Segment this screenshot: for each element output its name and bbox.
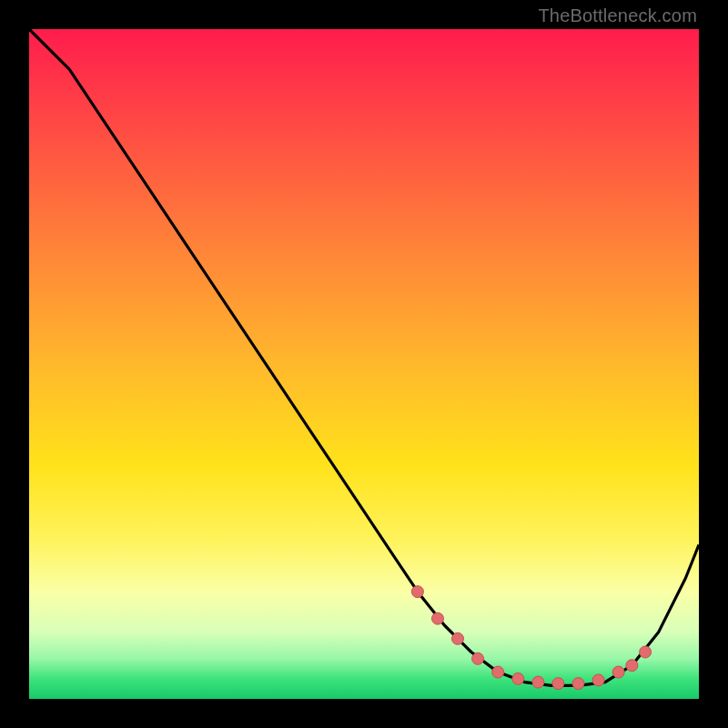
chart-frame: TheBottleneck.com: [0, 0, 728, 728]
marker-dot: [532, 676, 544, 688]
chart-svg: [29, 29, 699, 699]
attribution-text: TheBottleneck.com: [538, 5, 697, 26]
marker-dot: [452, 632, 464, 644]
bottleneck-curve: [29, 29, 699, 685]
marker-dot: [612, 666, 624, 678]
marker-dot: [552, 678, 564, 690]
marker-dot: [592, 674, 604, 686]
marker-dot: [411, 586, 423, 598]
plot-area: [29, 29, 699, 699]
marker-dot: [626, 660, 638, 672]
marker-group: [411, 586, 651, 690]
marker-dot: [432, 612, 444, 624]
marker-dot: [572, 678, 584, 690]
marker-dot: [512, 672, 524, 684]
marker-dot: [472, 652, 484, 664]
marker-dot: [640, 646, 652, 658]
marker-dot: [492, 666, 504, 678]
